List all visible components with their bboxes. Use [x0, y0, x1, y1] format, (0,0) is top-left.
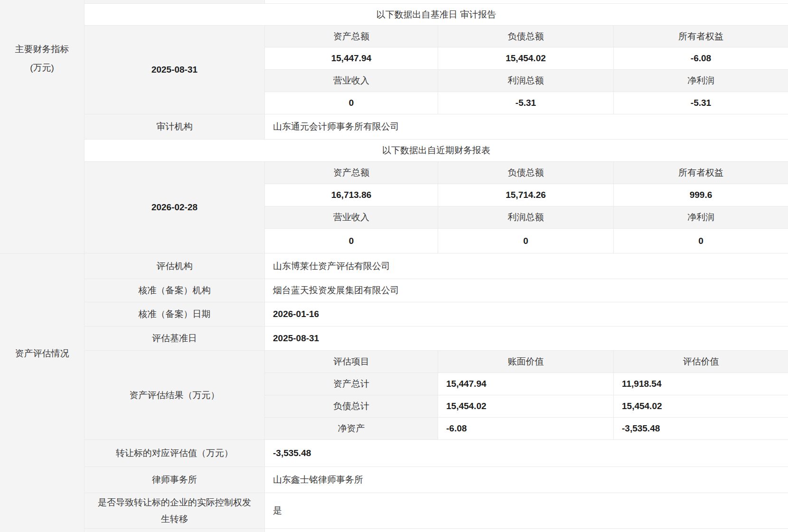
recent-date-cell: 2026-02-28 [84, 162, 264, 253]
header-cell-total-assets: 资产总额 [264, 162, 438, 184]
eval-table-row-liabilities: 负债总计 15,454.02 15,454.02 [264, 395, 788, 418]
item-cell-net-assets: 净资产 [264, 418, 438, 439]
item-cell-total-liabilities: 负债总计 [264, 395, 438, 417]
recent-value-row-1: 16,713.86 15,714.26 999.6 [264, 184, 788, 206]
value-cell-revenue: 0 [264, 229, 438, 253]
approval-date-row: 核准（备案）日期 2026-01-16 [84, 302, 788, 327]
control-transfer-label-line2: 生转移 [98, 511, 251, 527]
approval-date-label: 核准（备案）日期 [84, 302, 264, 326]
header-cell-revenue: 营业收入 [264, 206, 438, 228]
audit-value-row-2: 0 -5.31 -5.31 [264, 92, 788, 114]
control-transfer-label: 是否导致转让标的企业的实际控制权发 生转移 [84, 493, 264, 528]
header-cell-net-profit: 净利润 [613, 206, 788, 228]
category-label-asset-evaluation: 资产评估情况 [0, 345, 84, 363]
category-label-line2: (万元) [30, 63, 54, 73]
value-cell-net-profit: 0 [613, 229, 788, 253]
recent-financials-block: 2026-02-28 资产总额 负债总额 所有者权益 16,713.86 15,… [84, 162, 788, 253]
value-cell-total-profit: -5.31 [438, 92, 613, 114]
header-cell-eval-item: 评估项目 [264, 351, 438, 373]
control-transfer-value: 是 [264, 493, 788, 528]
value-cell-owner-equity: 999.6 [613, 184, 788, 206]
header-cell-total-liabilities: 负债总额 [438, 162, 613, 184]
audit-org-label: 审计机构 [84, 114, 264, 139]
financial-detail-table: 主要财务指标 (万元) 资产评估情况 以下数据出自基准日 审计报告 2025-0… [0, 0, 788, 532]
value-cell-total-assets: 16,713.86 [264, 184, 438, 206]
eval-result-block: 资产评估结果（万元） 评估项目 账面价值 评估价值 资产总计 15,447.94… [84, 351, 788, 440]
approval-org-row: 核准（备案）机构 烟台蓝天投资发展集团有限公司 [84, 279, 788, 302]
eval-base-date-row: 评估基准日 2025-08-31 [84, 327, 788, 351]
recent-header-row-2: 营业收入 利润总额 净利润 [264, 206, 788, 229]
eval-result-label: 资产评估结果（万元） [84, 351, 264, 439]
category-label-financial-indicators: 主要财务指标 (万元) [0, 40, 84, 77]
header-cell-total-profit: 利润总额 [438, 70, 613, 92]
control-transfer-row: 是否导致转让标的企业的实际控制权发 生转移 是 [84, 493, 788, 529]
value-cell-revenue: 0 [264, 92, 438, 114]
header-cell-total-assets: 资产总额 [264, 26, 438, 47]
value-cell-total-assets: 15,447.94 [264, 47, 438, 69]
eval-org-value: 山东博莱仕资产评估有限公司 [264, 253, 788, 279]
approval-org-value: 烟台蓝天投资发展集团有限公司 [264, 279, 788, 302]
eval-table-header-row: 评估项目 账面价值 评估价值 [264, 351, 788, 373]
recent-value-row-2: 0 0 0 [264, 229, 788, 253]
audit-header-row-2: 营业收入 利润总额 净利润 [264, 70, 788, 92]
category-divider [0, 253, 84, 254]
header-cell-revenue: 营业收入 [264, 70, 438, 92]
audit-metrics: 资产总额 负债总额 所有者权益 15,447.94 15,454.02 -6.0… [264, 26, 788, 114]
transfer-eval-row: 转让标的对应评估值（万元） -3,535.48 [84, 440, 788, 467]
eval-table-row-assets: 资产总计 15,447.94 11,918.54 [264, 373, 788, 395]
section-header-recent-statements: 以下数据出自近期财务报表 [84, 140, 788, 162]
audit-header-row-1: 资产总额 负债总额 所有者权益 [264, 26, 788, 47]
law-firm-value: 山东鑫士铭律师事务所 [264, 467, 788, 493]
eval-result-table: 评估项目 账面价值 评估价值 资产总计 15,447.94 11,918.54 … [264, 351, 788, 439]
partial-bottom-label-cell [84, 529, 264, 532]
book-value-total-assets: 15,447.94 [438, 373, 613, 395]
eval-value-net-assets: -3,535.48 [613, 418, 788, 439]
recent-header-row-1: 资产总额 负债总额 所有者权益 [264, 162, 788, 184]
book-value-net-assets: -6.08 [438, 418, 613, 439]
audit-org-value: 山东通元会计师事务所有限公司 [264, 114, 788, 139]
value-cell-total-liabilities: 15,714.26 [438, 184, 613, 206]
control-transfer-label-line1: 是否导致转让标的企业的实际控制权发 [98, 494, 251, 511]
header-cell-eval-value: 评估价值 [613, 351, 788, 373]
approval-org-label: 核准（备案）机构 [84, 279, 264, 302]
eval-org-label: 评估机构 [84, 253, 264, 279]
section-header-audit-report: 以下数据出自基准日 审计报告 [84, 4, 788, 26]
value-cell-net-profit: -5.31 [613, 92, 788, 114]
header-cell-total-liabilities: 负债总额 [438, 26, 613, 47]
eval-table-row-net-assets: 净资产 -6.08 -3,535.48 [264, 418, 788, 439]
law-firm-row: 律师事务所 山东鑫士铭律师事务所 [84, 467, 788, 493]
value-cell-owner-equity: -6.08 [613, 47, 788, 69]
header-cell-total-profit: 利润总额 [438, 206, 613, 228]
header-cell-net-profit: 净利润 [613, 70, 788, 92]
value-cell-total-profit: 0 [438, 229, 613, 253]
eval-org-row: 评估机构 山东博莱仕资产评估有限公司 [84, 253, 788, 279]
partial-bottom-value-cell [264, 529, 788, 532]
partial-row-top [84, 0, 788, 4]
law-firm-label: 律师事务所 [84, 467, 264, 493]
left-category-column: 主要财务指标 (万元) 资产评估情况 [0, 0, 84, 532]
partial-top-label-cell [84, 0, 264, 3]
recent-metrics: 资产总额 负债总额 所有者权益 16,713.86 15,714.26 999.… [264, 162, 788, 253]
transfer-eval-label: 转让标的对应评估值（万元） [84, 440, 264, 467]
section-header-recent-text: 以下数据出自近期财务报表 [84, 140, 788, 161]
audit-value-row-1: 15,447.94 15,454.02 -6.08 [264, 47, 788, 70]
book-value-total-liabilities: 15,454.02 [438, 395, 613, 417]
eval-base-date-value: 2025-08-31 [264, 327, 788, 350]
item-cell-total-assets: 资产总计 [264, 373, 438, 395]
partial-row-bottom [84, 529, 788, 532]
category-label-line1: 主要财务指标 [15, 44, 69, 54]
header-cell-book-value: 账面价值 [438, 351, 613, 373]
audit-financials-block: 2025-08-31 资产总额 负债总额 所有者权益 15,447.94 15,… [84, 26, 788, 114]
eval-value-total-assets: 11,918.54 [613, 373, 788, 395]
table-body: 以下数据出自基准日 审计报告 2025-08-31 资产总额 负债总额 所有者权… [84, 0, 788, 532]
partial-top-value-cell [264, 0, 788, 3]
eval-value-total-liabilities: 15,454.02 [613, 395, 788, 417]
eval-base-date-label: 评估基准日 [84, 327, 264, 350]
section-header-audit-text: 以下数据出自基准日 审计报告 [84, 4, 788, 25]
header-cell-owner-equity: 所有者权益 [613, 26, 788, 47]
transfer-eval-value: -3,535.48 [264, 440, 788, 467]
audit-base-date-cell: 2025-08-31 [84, 26, 264, 114]
approval-date-value: 2026-01-16 [264, 302, 788, 326]
value-cell-total-liabilities: 15,454.02 [438, 47, 613, 69]
header-cell-owner-equity: 所有者权益 [613, 162, 788, 184]
